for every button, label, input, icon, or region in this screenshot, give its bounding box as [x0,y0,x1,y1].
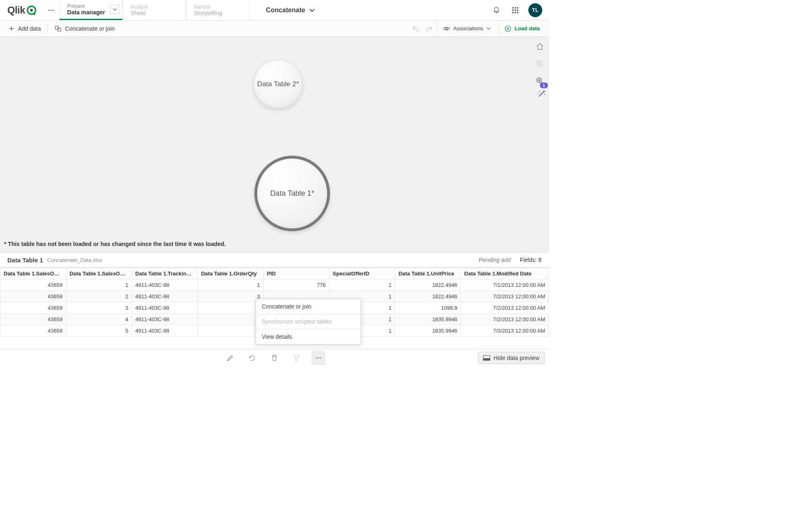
edit-table-button[interactable] [223,351,237,365]
load-data-button[interactable]: Load data [498,20,546,37]
table-cell: 43659 [0,279,66,291]
brand-area: Qlik [0,0,43,20]
table-cell: 7/2/2013 12:00:00 AM [461,302,549,314]
ctx-concatenate-join[interactable]: Concatenate or join [256,299,361,314]
chevron-down-icon [487,27,491,31]
brand-text: Qlik [7,4,25,16]
concatenate-join-button[interactable]: Concatenate or join [49,20,119,37]
table-cell: 2 [66,291,132,302]
associations-label: Associations [454,25,483,31]
tab-prepare[interactable]: Prepare Data manager [59,0,123,20]
more-horizontal-icon [47,7,55,14]
table-cell: 1 [198,279,263,291]
table-cell: 3 [198,291,263,302]
play-circle-icon [504,25,512,32]
notifications-button[interactable] [491,4,502,16]
svg-point-28 [316,357,317,358]
zoom-out-icon [536,60,544,68]
app-title-area: Concatenate [249,0,484,20]
preview-table-name: Data Table 1 [7,257,43,264]
svg-rect-10 [514,9,516,11]
tab-narrate-big: Storytelling [194,10,242,16]
reload-table-button[interactable] [245,351,259,365]
ctx-view-details[interactable]: View details [256,329,361,344]
refresh-icon [248,354,256,362]
table-cell: 4911-403C-98 [132,279,198,291]
column-header[interactable]: Data Table 1.SalesO… [66,268,132,279]
table-cell: 1 [198,325,263,337]
svg-point-4 [51,9,52,11]
delete-table-button[interactable] [267,351,281,365]
svg-point-26 [539,91,540,92]
table-cell: 7/3/2013 12:00:00 AM [461,325,549,337]
canvas-footnote: * This table has not been loaded or has … [4,241,226,247]
svg-rect-7 [514,7,516,8]
pending-status: Pending add [478,257,511,263]
tab-prepare-small: Prepare [67,3,115,9]
svg-line-20 [541,65,543,67]
svg-point-1 [30,9,33,11]
table-cell: 1835.9946 [395,314,461,325]
grid-icon [511,6,519,14]
zoom-out-button[interactable] [534,58,546,69]
qlik-logo[interactable]: Qlik [7,4,37,16]
table-cell: 1835.9946 [395,325,461,337]
panel-icon [483,355,490,361]
column-header[interactable]: Data Table 1.Tracking… [132,268,198,279]
tab-narrate[interactable]: Narrate Storytelling [186,0,249,20]
table-row[interactable]: 4365914911-403C-98177611822.49467/1/2013… [0,279,549,291]
svg-point-29 [318,357,319,358]
recommendations-button[interactable]: 1 [537,89,546,98]
table-bubble-1-label: Data Table 1* [270,189,314,198]
column-header[interactable]: SpecialOfferID [329,268,395,279]
hide-data-preview-button[interactable]: Hide data preview [478,352,545,364]
svg-rect-11 [517,9,518,11]
svg-point-3 [49,9,50,11]
global-more-button[interactable] [43,0,59,20]
bell-icon [492,6,501,14]
hide-preview-label: Hide data preview [494,355,539,361]
svg-point-27 [544,94,545,95]
home-icon [536,42,544,51]
tab-analyze-big: Sheet [130,10,178,16]
home-zoom-button[interactable] [534,41,546,52]
user-avatar[interactable]: TL [528,3,542,17]
associations-view-button[interactable]: Associations [438,20,496,37]
table-cell: 1822.4946 [395,291,461,302]
table-cell: 5 [66,325,132,337]
more-context-menu: Concatenate or join Synchronize scripted… [256,299,361,344]
table-bubble-2[interactable]: Data Table 2* [254,60,303,109]
undo-icon [412,25,419,32]
add-data-label: Add data [18,25,41,32]
associations-canvas[interactable]: 1 Data Table 2* Data Table 1* * This tab… [0,37,549,252]
chevron-down-icon[interactable] [309,7,315,13]
svg-point-17 [445,27,447,29]
tab-prepare-chevron[interactable] [110,4,120,14]
separator [47,24,48,34]
column-header[interactable]: PID [263,268,329,279]
ctx-synchronize-scripted: Synchronize scripted tables [256,314,361,329]
svg-rect-12 [512,12,514,13]
column-header[interactable]: Data Table 1.Modified Date [461,268,549,279]
undo-button[interactable] [410,23,421,34]
table-cell: 4 [66,314,132,325]
column-header[interactable]: Data Table 1.UnitPrice [395,268,461,279]
column-header[interactable]: Data Table 1.SalesO… [0,268,66,279]
chevron-down-icon [113,7,117,11]
load-data-label: Load data [515,25,540,31]
toolbar-right: Associations Load data [410,20,546,37]
column-header[interactable]: Data Table 1.OrderQty [198,268,263,279]
tab-analyze[interactable]: Analyze Sheet [123,0,186,20]
preview-file-name: Concatenate_Data.xlsx [47,257,102,263]
table-bubble-1[interactable]: Data Table 1* [254,156,330,231]
svg-rect-8 [517,7,518,8]
hub-launcher-button[interactable] [510,4,521,16]
table-cell: 43659 [0,291,66,302]
table-cell: 4911-403C-98 [132,314,198,325]
add-data-button[interactable]: Add data [3,20,46,37]
more-actions-button[interactable] [312,351,326,365]
redo-button[interactable] [424,23,435,34]
table-cell: 43659 [0,325,66,337]
table-cell: 7/1/2013 12:00:00 AM [461,279,549,291]
table-cell: 3 [66,302,132,314]
